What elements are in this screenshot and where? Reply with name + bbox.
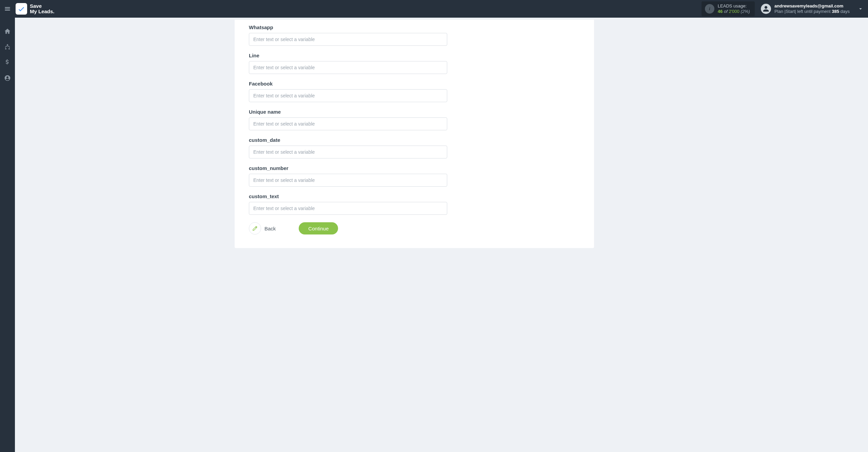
facebook-input[interactable]	[249, 89, 447, 102]
account-email: andrewsavemyleads@gmail.com	[774, 3, 850, 9]
field-label: Whatsapp	[249, 20, 580, 33]
account-chevron-button[interactable]	[853, 0, 868, 18]
topbar: Save My Leads. i LEADS usage: 46 of 2'00…	[0, 0, 868, 18]
dollar-icon	[4, 59, 11, 66]
avatar-icon	[761, 4, 771, 14]
chevron-down-icon	[857, 6, 864, 12]
sidebar-item-account[interactable]	[0, 71, 15, 85]
plan-days-suffix: days	[839, 9, 850, 14]
field-custom-date: custom_date	[249, 132, 580, 158]
checkmark-icon	[17, 5, 25, 13]
leads-usage-box[interactable]: i LEADS usage: 46 of 2'000 (2%)	[702, 1, 755, 17]
account-texts: andrewsavemyleads@gmail.com Plan |Start|…	[774, 3, 850, 15]
account-plan: Plan |Start| left until payment 385 days	[774, 9, 850, 14]
back-button[interactable]: Back	[249, 222, 276, 234]
user-icon	[763, 5, 769, 12]
leads-usage-label: LEADS usage:	[718, 3, 750, 9]
sitemap-icon	[4, 43, 11, 50]
leads-usage-current: 46	[718, 9, 723, 14]
form-card: Whatsapp Line Facebook Unique name custo…	[235, 20, 594, 248]
field-label: custom_date	[249, 132, 580, 146]
leads-usage-limit: 2'000	[729, 9, 739, 14]
info-icon: i	[705, 4, 714, 14]
continue-button[interactable]: Continue	[299, 222, 338, 234]
brand-line1: Save	[30, 3, 55, 9]
brand-logo-text: Save My Leads.	[30, 3, 55, 14]
menu-toggle-button[interactable]	[0, 0, 15, 18]
custom-text-input[interactable]	[249, 202, 447, 215]
sidebar-item-connections[interactable]	[0, 40, 15, 54]
main-area: Whatsapp Line Facebook Unique name custo…	[15, 18, 868, 452]
field-facebook: Facebook	[249, 76, 580, 102]
brand-logo[interactable]: Save My Leads.	[15, 3, 55, 15]
field-custom-number: custom_number	[249, 161, 580, 187]
sidebar-item-home[interactable]	[0, 24, 15, 38]
back-button-label: Back	[264, 226, 276, 231]
brand-line2: My Leads.	[30, 9, 55, 14]
field-unique-name: Unique name	[249, 104, 580, 130]
form-actions: Back Continue	[249, 222, 580, 234]
account-menu[interactable]: andrewsavemyleads@gmail.com Plan |Start|…	[761, 3, 853, 15]
brand-logo-mark	[16, 3, 27, 15]
field-label: Facebook	[249, 76, 580, 89]
plan-days-num: 385	[832, 9, 839, 14]
field-line: Line	[249, 48, 580, 74]
sidebar-item-billing[interactable]	[0, 56, 15, 69]
leads-usage-pct: (2%)	[741, 9, 750, 14]
field-custom-text: custom_text	[249, 189, 580, 215]
leads-usage-of: of	[724, 9, 728, 14]
field-label: custom_number	[249, 161, 580, 174]
field-label: Line	[249, 48, 580, 61]
line-input[interactable]	[249, 61, 447, 74]
user-circle-icon	[4, 75, 11, 81]
plan-prefix: Plan |Start| left until payment	[774, 9, 832, 14]
field-whatsapp: Whatsapp	[249, 20, 580, 46]
sidebar	[0, 18, 15, 452]
whatsapp-input[interactable]	[249, 33, 447, 46]
custom-date-input[interactable]	[249, 146, 447, 158]
custom-number-input[interactable]	[249, 174, 447, 187]
hamburger-icon	[4, 5, 11, 12]
unique-name-input[interactable]	[249, 117, 447, 130]
field-label: custom_text	[249, 189, 580, 202]
leads-usage-value: 46 of 2'000 (2%)	[718, 9, 750, 14]
leads-usage-texts: LEADS usage: 46 of 2'000 (2%)	[718, 3, 750, 15]
pencil-icon	[249, 222, 261, 234]
home-icon	[4, 28, 11, 35]
field-label: Unique name	[249, 104, 580, 117]
